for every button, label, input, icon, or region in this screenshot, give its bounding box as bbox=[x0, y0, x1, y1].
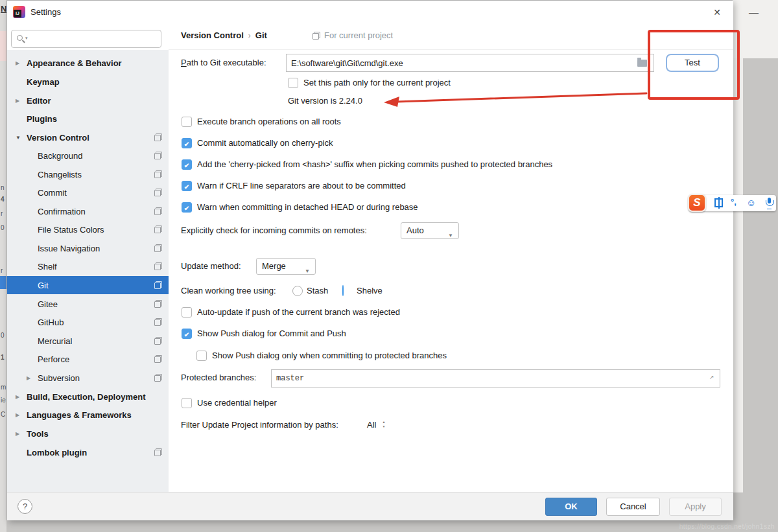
checkbox-checked[interactable]: ✔ bbox=[182, 138, 192, 148]
detached-head-checkbox-row[interactable]: ✔ Warn when committing in detached HEAD … bbox=[182, 202, 418, 213]
sidebar-item-label: Gitee bbox=[38, 299, 58, 309]
checkbox-checked[interactable]: ✔ bbox=[182, 159, 192, 170]
sidebar-item-label: Perforce bbox=[38, 354, 69, 364]
sidebar-item-label: Confirmation bbox=[38, 207, 86, 216]
sidebar-item-appearance-behavior[interactable]: ▶Appearance & Behavior bbox=[7, 54, 169, 72]
sidebar-item-perforce[interactable]: Perforce bbox=[7, 350, 169, 368]
per-project-icon bbox=[154, 262, 162, 270]
auto-update-checkbox-row[interactable]: Auto-update if push of the current branc… bbox=[182, 307, 400, 318]
cherry-pick-checkbox-row[interactable]: ✔ Commit automatically on cherry-pick bbox=[182, 138, 333, 148]
sidebar-item-editor[interactable]: ▶Editor bbox=[7, 91, 169, 110]
chevron-right-icon[interactable]: ▶ bbox=[16, 412, 27, 418]
test-button[interactable]: Test bbox=[666, 54, 719, 72]
edge-fragment: r bbox=[1, 210, 3, 217]
checkbox-unchecked[interactable] bbox=[182, 307, 192, 318]
sidebar-item-gitee[interactable]: Gitee bbox=[7, 295, 169, 313]
checkbox-label: Show Push dialog only when committing to… bbox=[212, 351, 447, 361]
sidebar-item-build-execution-deployment[interactable]: ▶Build, Execution, Deployment bbox=[7, 387, 169, 406]
per-project-icon bbox=[154, 244, 162, 252]
sidebar-item-subversion[interactable]: ▶Subversion bbox=[7, 369, 169, 387]
checkbox-unchecked[interactable] bbox=[182, 398, 192, 408]
spinner-down-icon[interactable]: ▼ bbox=[381, 425, 386, 428]
credential-helper-checkbox-row[interactable]: Use credential helper bbox=[182, 398, 277, 408]
show-push-checkbox-row[interactable]: ✔ Show Push dialog for Commit and Push bbox=[182, 329, 346, 339]
checkbox-checked[interactable]: ✔ bbox=[182, 202, 192, 213]
cancel-button[interactable]: Cancel bbox=[606, 498, 660, 516]
sidebar-item-label: Version Control bbox=[27, 133, 89, 143]
checkbox-unchecked[interactable] bbox=[182, 117, 192, 127]
spinner-up-icon[interactable]: ▲ bbox=[381, 421, 386, 424]
sidebar-item-label: Background bbox=[38, 151, 82, 161]
set-path-checkbox-row[interactable]: Set this path only for the current proje… bbox=[288, 78, 451, 88]
folder-icon[interactable] bbox=[637, 60, 647, 67]
cherry-suffix-checkbox-row[interactable]: ✔ Add the 'cherry-picked from <hash>' su… bbox=[182, 159, 552, 170]
per-project-icon bbox=[154, 133, 162, 141]
dropdown-value: Merge bbox=[262, 261, 286, 271]
sidebar-item-changelists[interactable]: Changelists bbox=[7, 165, 169, 183]
edge-fragment bbox=[0, 276, 6, 289]
help-button[interactable]: ? bbox=[18, 499, 32, 514]
update-method-dropdown[interactable]: Merge ▼ bbox=[256, 258, 316, 275]
crlf-warn-checkbox-row[interactable]: ✔ Warn if CRLF line separators are about… bbox=[182, 181, 406, 191]
check-icon: ✔ bbox=[184, 183, 189, 191]
emoji-icon[interactable]: ☺ bbox=[746, 197, 756, 209]
scope-label: For current project bbox=[312, 30, 393, 40]
check-icon: ✔ bbox=[184, 331, 189, 338]
sidebar-item-background[interactable]: Background bbox=[7, 146, 169, 165]
sidebar-item-plugins[interactable]: Plugins bbox=[7, 110, 169, 128]
branch-ops-checkbox-row[interactable]: Execute branch operations on all roots bbox=[182, 117, 341, 127]
git-path-input[interactable] bbox=[286, 54, 654, 72]
sidebar-item-languages-frameworks[interactable]: ▶Languages & Frameworks bbox=[7, 406, 169, 424]
chinese-mode-icon[interactable] bbox=[714, 198, 723, 207]
sidebar-item-label: Plugins bbox=[27, 114, 57, 124]
checkbox-checked[interactable]: ✔ bbox=[182, 181, 192, 191]
sidebar-item-issue-navigation[interactable]: Issue Navigation bbox=[7, 239, 169, 257]
filter-paths-value[interactable]: All bbox=[367, 420, 376, 430]
checkbox-unchecked[interactable] bbox=[196, 351, 207, 361]
sidebar-item-label: Tools bbox=[27, 429, 49, 439]
explicit-check-dropdown[interactable]: Auto ▼ bbox=[401, 222, 459, 239]
minimize-icon[interactable]: — bbox=[749, 6, 759, 17]
expand-field-icon[interactable]: ↗ bbox=[709, 375, 714, 380]
ok-button[interactable]: OK bbox=[545, 498, 597, 516]
chevron-right-icon[interactable]: ▶ bbox=[27, 375, 38, 381]
sidebar-item-git[interactable]: Git bbox=[7, 276, 169, 294]
sidebar-item-tools[interactable]: ▶Tools bbox=[7, 424, 169, 443]
checkbox-label: Use credential helper bbox=[197, 398, 277, 408]
edge-fragment: C bbox=[1, 411, 5, 418]
chevron-right-icon[interactable]: ▶ bbox=[16, 431, 27, 437]
shelve-radio[interactable] bbox=[342, 285, 344, 296]
chevron-right-icon[interactable]: ▶ bbox=[16, 60, 27, 66]
stash-label[interactable]: Stash bbox=[307, 286, 328, 296]
sidebar-item-lombok-plugin[interactable]: Lombok plugin bbox=[7, 443, 169, 461]
sidebar-item-commit[interactable]: Commit bbox=[7, 183, 169, 202]
show-push-protected-checkbox-row[interactable]: Show Push dialog only when committing to… bbox=[196, 351, 447, 361]
sidebar-item-mercurial[interactable]: Mercurial bbox=[7, 332, 169, 350]
dialog-footer: ? OK Cancel Apply bbox=[7, 492, 733, 520]
apply-button[interactable]: Apply bbox=[669, 498, 722, 516]
chevron-right-icon[interactable]: ▶ bbox=[16, 98, 27, 104]
microphone-icon[interactable] bbox=[764, 198, 774, 208]
check-icon: ✔ bbox=[184, 205, 189, 212]
sidebar-item-shelf[interactable]: Shelf bbox=[7, 257, 169, 275]
sidebar-item-label: Appearance & Behavior bbox=[27, 58, 122, 68]
clean-tree-label: Clean working tree using: bbox=[181, 286, 276, 296]
breadcrumb-version-control[interactable]: Version Control bbox=[181, 30, 244, 40]
protected-branches-input[interactable] bbox=[271, 369, 720, 387]
sidebar-item-github[interactable]: GitHub bbox=[7, 313, 169, 331]
sidebar-item-keymap[interactable]: Keymap bbox=[7, 73, 169, 91]
sidebar-item-file-status-colors[interactable]: File Status Colors bbox=[7, 220, 169, 238]
sidebar-item-label: GitHub bbox=[38, 318, 64, 327]
checkbox-checked[interactable]: ✔ bbox=[182, 329, 192, 339]
sidebar-item-version-control[interactable]: ▼Version Control bbox=[7, 128, 169, 146]
chevron-right-icon[interactable]: ▶ bbox=[16, 394, 27, 400]
sidebar-item-confirmation[interactable]: Confirmation bbox=[7, 202, 169, 220]
stash-radio[interactable] bbox=[292, 286, 303, 296]
close-icon[interactable]: ✕ bbox=[709, 5, 725, 20]
search-input[interactable]: ▾ bbox=[11, 30, 161, 48]
chevron-down-icon[interactable]: ▼ bbox=[16, 135, 27, 141]
sogou-logo-icon[interactable]: S bbox=[688, 194, 706, 212]
shelve-label[interactable]: Shelve bbox=[357, 286, 383, 296]
punctuation-mode-icon[interactable]: °, bbox=[731, 197, 737, 207]
checkbox-unchecked[interactable] bbox=[288, 78, 298, 88]
